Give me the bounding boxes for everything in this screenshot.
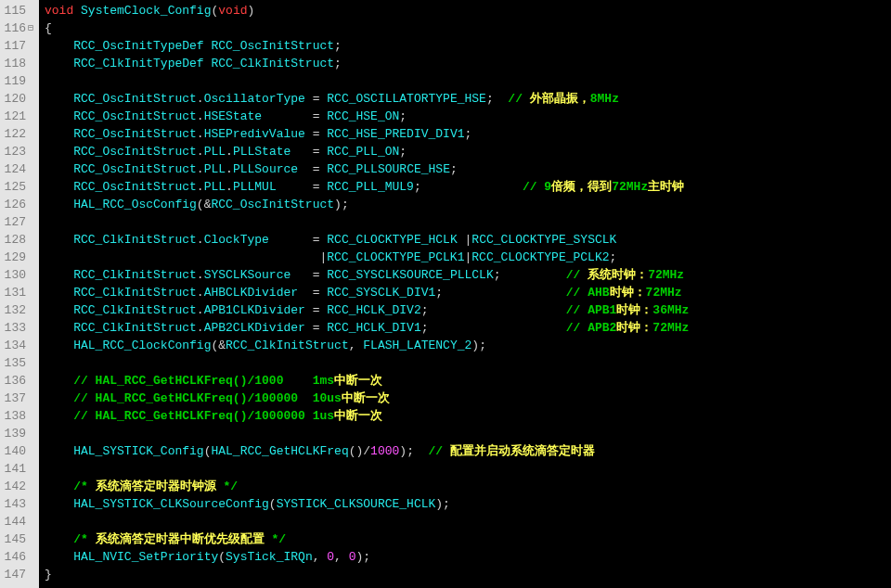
code-token <box>45 198 73 211</box>
code-token: . <box>197 127 204 141</box>
code-line: RCC_OscInitStruct.PLL.PLLState = RCC_PLL… <box>45 143 891 160</box>
code-line: // HAL_RCC_GetHCLKFreq()/100000 10us中断一次 <box>45 390 891 407</box>
code-line: HAL_SYSTICK_CLKSourceConfig(SYSTICK_CLKS… <box>45 495 891 513</box>
fold-marker-icon[interactable]: ⊟ <box>26 19 35 37</box>
code-area[interactable]: void SystemClock_Config(void){ RCC_OscIn… <box>39 0 891 588</box>
code-token <box>73 4 81 18</box>
code-token: PLL <box>204 145 226 159</box>
code-token <box>45 339 73 352</box>
code-token: /* <box>73 532 95 546</box>
code-line: // HAL_RCC_GetHCLKFreq()/1000 1ms中断一次 <box>45 372 891 390</box>
code-token: RCC_OscInitStruct <box>73 127 197 141</box>
code-token: RCC_OscInitStruct <box>73 145 197 159</box>
code-token: ; <box>435 286 565 300</box>
line-number: 128 <box>4 231 35 249</box>
code-token: RCC_PLL_ON <box>327 145 399 159</box>
code-token: 0 <box>349 550 356 564</box>
code-token <box>45 479 73 493</box>
code-token: ; <box>494 268 566 282</box>
code-token: = <box>291 145 327 159</box>
line-number: 138 <box>4 407 35 425</box>
code-line: RCC_ClkInitStruct.ClockType = RCC_CLOCKT… <box>45 231 891 249</box>
line-number: 136 <box>4 372 35 390</box>
code-token: PLLSource <box>233 162 298 176</box>
code-token: RCC_PLL_MUL9 <box>327 180 414 194</box>
code-token: HAL_RCC_ClockConfig <box>73 339 211 352</box>
code-token: . <box>226 180 233 194</box>
code-line: void SystemClock_Config(void) <box>45 2 891 19</box>
code-line: |RCC_CLOCKTYPE_PCLK1|RCC_CLOCKTYPE_PCLK2… <box>45 249 891 266</box>
code-token: HSEPredivValue <box>204 127 305 141</box>
code-token: . <box>226 145 233 159</box>
code-token: ; <box>486 92 508 106</box>
code-token: ; <box>421 303 566 317</box>
code-token: // HAL_RCC_GetHCLKFreq()/1000000 1us <box>73 409 334 423</box>
code-token: RCC_HSE_ON <box>327 109 399 123</box>
code-token: 36MHz <box>652 303 689 317</box>
line-number: 145 <box>4 530 35 548</box>
line-number: 119 <box>4 72 35 90</box>
code-token: = <box>269 233 327 247</box>
code-token: SYSTICK_CLKSOURCE_HCLK <box>277 497 436 511</box>
code-token: ) <box>248 4 255 18</box>
code-token: 外部晶振， <box>530 92 590 106</box>
line-number: 132 <box>4 301 35 319</box>
line-number: 135 <box>4 354 35 372</box>
code-token: PLL <box>204 180 226 194</box>
code-line: HAL_RCC_ClockConfig(&RCC_ClkInitStruct, … <box>45 337 891 354</box>
code-line: RCC_OscInitStruct.PLL.PLLSource = RCC_PL… <box>45 160 891 178</box>
code-line: { <box>45 19 891 37</box>
code-token: */ <box>265 532 286 546</box>
code-token: SYSCLKSource <box>204 268 291 282</box>
code-token: AHBCLKDivider <box>204 286 298 300</box>
code-token: , <box>313 550 328 564</box>
code-token: RCC_OSCILLATORTYPE_HSE <box>327 92 486 106</box>
code-token: RCC_CLOCKTYPE_PCLK2 <box>471 250 609 264</box>
code-token: 时钟： <box>616 303 652 317</box>
code-token <box>45 233 73 247</box>
code-token: ; <box>334 57 342 70</box>
code-token: 时钟： <box>616 321 652 335</box>
code-token: RCC_ClkInitTypeDef RCC_ClkInitStruct <box>73 57 334 70</box>
code-token: = <box>291 268 327 282</box>
code-token <box>45 532 73 546</box>
code-token: (& <box>197 198 212 211</box>
line-number: 140 <box>4 442 35 460</box>
code-token <box>45 391 73 405</box>
code-token: ); <box>399 444 428 458</box>
code-line: HAL_NVIC_SetPriority(SysTick_IRQn, 0, 0)… <box>45 548 891 566</box>
line-number: 122 <box>4 125 35 143</box>
code-token: . <box>197 321 204 335</box>
code-token: ( <box>269 497 277 511</box>
code-token: . <box>197 303 204 317</box>
code-token: RCC_ClkInitStruct <box>73 286 197 300</box>
code-token: | <box>458 233 472 247</box>
code-token: RCC_OscInitStruct <box>73 109 197 123</box>
line-number: 133 <box>4 319 35 337</box>
code-token: /* <box>73 479 95 493</box>
code-line: // HAL_RCC_GetHCLKFreq()/1000000 1us中断一次 <box>45 407 891 425</box>
code-token: HAL_RCC_OscConfig <box>73 198 197 211</box>
code-token: HAL_SYSTICK_Config <box>73 444 203 458</box>
code-token: RCC_OscInitStruct <box>211 198 334 211</box>
line-number: 130 <box>4 266 35 284</box>
line-number: 147 <box>4 566 35 583</box>
code-token: HAL_RCC_GetHCLKFreq <box>211 444 348 458</box>
code-token: RCC_OscInitStruct <box>73 162 197 176</box>
code-token: . <box>197 268 204 282</box>
code-token: RCC_OscInitTypeDef RCC_OscInitStruct <box>73 39 334 53</box>
code-token: 系统滴答定时器时钟源 <box>96 479 216 493</box>
code-token: HAL_SYSTICK_CLKSourceConfig <box>73 497 269 511</box>
line-number-gutter: 115 116⊟117 118 119 120 121 122 123 124 … <box>0 0 39 588</box>
code-token: ClockType <box>204 233 269 247</box>
code-token <box>45 374 73 388</box>
code-token: APB1CLKDivider <box>204 303 305 317</box>
code-token: RCC_OscInitStruct <box>73 92 197 106</box>
code-token: ); <box>471 339 486 352</box>
code-token: RCC_ClkInitStruct <box>73 303 197 317</box>
code-line: RCC_OscInitStruct.HSEState = RCC_HSE_ON; <box>45 108 891 125</box>
code-token: ; <box>399 109 407 123</box>
line-number: 137 <box>4 390 35 407</box>
code-line <box>45 213 891 231</box>
line-number: 139 <box>4 425 35 442</box>
